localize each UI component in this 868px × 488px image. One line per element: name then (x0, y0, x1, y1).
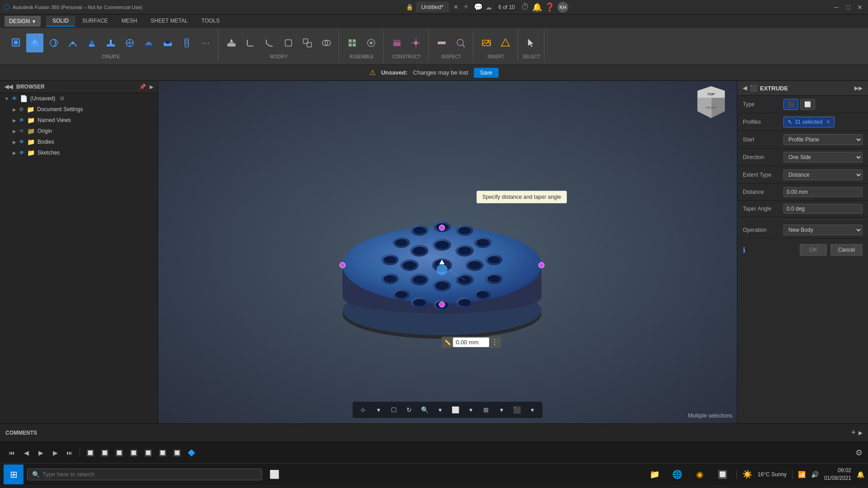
timeline-prev-button[interactable]: ◀ (20, 446, 33, 459)
browser-expand-icon[interactable]: ▶ (150, 84, 153, 89)
browser-item-bodies[interactable]: ▶ 👁 📁 Bodies (0, 136, 158, 147)
notification-tray-icon[interactable]: 🔔 (857, 471, 864, 478)
chamfer-button[interactable] (261, 33, 278, 52)
timeline-step-4[interactable]: 🔲 (127, 446, 140, 459)
insert-image-button[interactable] (478, 33, 495, 52)
tab-surface[interactable]: SURFACE (76, 16, 114, 27)
ok-button[interactable]: OK (800, 244, 826, 256)
offset-plane-button[interactable] (388, 33, 406, 52)
volume-icon[interactable]: 🔊 (811, 471, 819, 478)
timeline-step-1[interactable]: 🔲 (84, 446, 96, 459)
env-dropdown[interactable]: ▾ (525, 404, 539, 416)
eye-icon[interactable]: 👁 (19, 117, 24, 123)
rib-button[interactable] (102, 33, 119, 52)
browser-item-document-settings[interactable]: ▶ ⚙ 📁 Document Settings (0, 104, 158, 115)
display-mode-dropdown[interactable]: ▾ (464, 404, 477, 416)
tab-close-icon[interactable]: ✕ (453, 4, 458, 10)
eye-icon[interactable]: 👁 (19, 150, 24, 156)
timeline-last-button[interactable]: ⏭ (63, 446, 76, 459)
display-mode-button[interactable]: ⬜ (448, 404, 462, 416)
eye-icon[interactable]: 👁 (19, 139, 24, 145)
grid-button[interactable]: ⊞ (479, 404, 493, 416)
save-button[interactable]: Save (474, 68, 499, 78)
network-icon[interactable]: 📶 (798, 471, 806, 478)
profiles-badge[interactable]: ↖ 31 selected ✕ (783, 117, 835, 127)
tab-add-icon[interactable]: + (464, 2, 469, 12)
measure-button[interactable] (433, 33, 450, 52)
inspect-button[interactable] (452, 33, 469, 52)
add-comment-icon[interactable]: + (851, 428, 856, 437)
browser-item-sketches[interactable]: ▶ 👁 📁 Sketches (0, 147, 158, 158)
timeline-step-6[interactable]: 🔲 (156, 446, 169, 459)
construct-point-button[interactable] (407, 33, 425, 52)
cancel-button[interactable]: Cancel (830, 244, 863, 256)
collapse-left-icon[interactable]: ◀◀ (5, 84, 13, 90)
distance-input[interactable] (783, 187, 863, 197)
expand-left-icon[interactable]: ◀ (743, 85, 747, 91)
joint-button[interactable] (363, 33, 380, 52)
thread-button[interactable] (178, 33, 195, 52)
combine-button[interactable] (318, 33, 335, 52)
timeline-step-5[interactable]: 🔲 (142, 446, 154, 459)
zoom-button[interactable]: 🔍 (418, 404, 431, 416)
grid-dropdown[interactable]: ▾ (495, 404, 508, 416)
more-create-button[interactable]: ⋯ (197, 33, 214, 52)
eye-icon[interactable]: 👁 (19, 128, 24, 134)
extrude-button[interactable] (26, 33, 43, 52)
taper-angle-input[interactable] (783, 204, 863, 214)
scale-button[interactable] (299, 33, 316, 52)
browser-item-unsaved[interactable]: ▼ 👁 📄 (Unsaved) ⚙ (0, 93, 158, 104)
canvas-area[interactable]: Specify distance and taper angle 📏 ⋮ (158, 81, 737, 423)
timeline-step-3[interactable]: 🔲 (113, 446, 125, 459)
direction-select[interactable]: One Side (783, 152, 863, 163)
tab-counter[interactable]: 6 of 10 (495, 3, 519, 11)
tab-sheet-metal[interactable]: SHEET METAL (144, 16, 194, 27)
snap-button[interactable]: ⊹ (356, 404, 370, 416)
more-options-icon[interactable]: ⋮ (489, 338, 500, 347)
create-new-component-button[interactable] (7, 33, 24, 52)
emboss-button[interactable] (140, 33, 157, 52)
task-view-button[interactable]: ⬜ (266, 466, 283, 483)
press-pull-button[interactable] (223, 33, 240, 52)
eye-icon[interactable]: 👁 (12, 95, 17, 102)
start-button[interactable]: ⊞ (4, 465, 24, 484)
env-button[interactable]: ⬛ (510, 404, 524, 416)
chrome-button[interactable]: ◉ (691, 466, 708, 483)
web-button[interactable] (121, 33, 138, 52)
assemble-button[interactable] (344, 33, 361, 52)
type-surface-button[interactable]: ⬜ (800, 99, 815, 110)
search-input[interactable] (42, 471, 257, 478)
start-select[interactable]: Profile Plane (783, 134, 863, 145)
timeline-play-button[interactable]: ▶ (34, 446, 47, 459)
type-solid-button[interactable]: ⬛ (783, 99, 798, 110)
browser-pin-icon[interactable]: 📌 (139, 84, 146, 90)
display-button[interactable]: ☐ (387, 404, 401, 416)
shell-button[interactable] (280, 33, 297, 52)
browser-item-origin[interactable]: ▶ 👁 📁 Origin (0, 126, 158, 136)
expand-comments-icon[interactable]: ▶ (859, 430, 863, 436)
snap-dropdown[interactable]: ▾ (372, 404, 385, 416)
timeline-step-2[interactable]: 🔲 (98, 446, 111, 459)
tab-mesh[interactable]: MESH (115, 16, 144, 27)
notification-icon[interactable]: 🔔 (532, 2, 542, 12)
design-button[interactable]: DESIGN ▼ (5, 16, 41, 27)
timeline-step-7[interactable]: 🔲 (170, 446, 183, 459)
fillet-button[interactable] (242, 33, 259, 52)
tab-solid[interactable]: SOLID (46, 16, 75, 27)
file-explorer-button[interactable]: 📁 (646, 466, 663, 483)
clear-profiles-button[interactable]: ✕ (826, 119, 830, 125)
timeline-step-active[interactable]: 🔷 (185, 446, 198, 459)
browser-button[interactable]: 🌐 (669, 466, 686, 483)
info-icon[interactable]: ℹ (743, 246, 745, 254)
select-button[interactable] (523, 33, 540, 52)
viewport[interactable]: Specify distance and taper angle 📏 ⋮ (158, 81, 737, 423)
clock-icon[interactable]: ⏱ (521, 2, 529, 12)
zoom-dropdown[interactable]: ▾ (433, 404, 447, 416)
user-avatar[interactable]: KH (557, 2, 568, 13)
minimize-button[interactable]: ─ (832, 3, 841, 12)
distance-value-input[interactable] (453, 338, 489, 347)
gear-icon[interactable]: ⚙ (60, 95, 65, 102)
hole-button[interactable] (159, 33, 176, 52)
comment-icon[interactable]: 💬 (474, 3, 483, 11)
settings-icon[interactable]: ⚙ (855, 448, 863, 458)
